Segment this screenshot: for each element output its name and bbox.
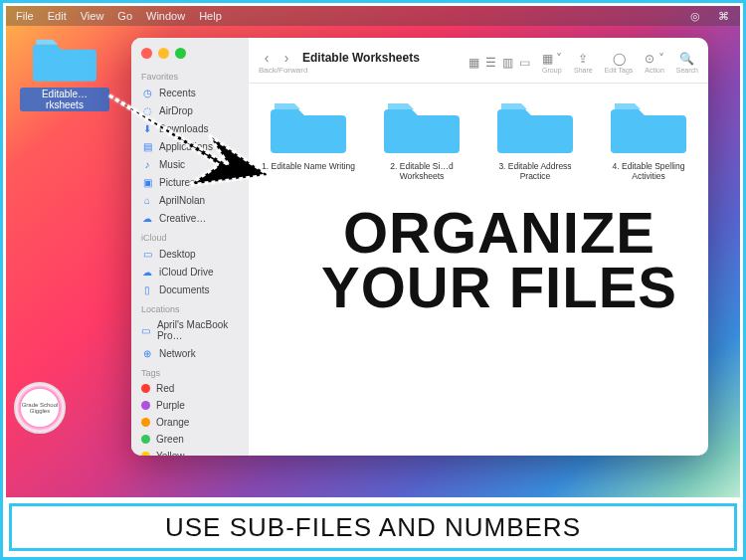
folder-label: 3. Editable Address Practice bbox=[485, 161, 585, 181]
tag-dot-icon bbox=[141, 435, 150, 444]
download-icon: ⬇ bbox=[141, 122, 153, 134]
gallery-view-icon: ▭ bbox=[519, 56, 530, 70]
sidebar-item-desktop[interactable]: ▭Desktop bbox=[131, 245, 249, 263]
sidebar-item-recents[interactable]: ◷Recents bbox=[131, 84, 249, 101]
window-controls bbox=[141, 48, 186, 59]
close-button[interactable] bbox=[141, 48, 152, 59]
cloud-icon: ☁ bbox=[141, 212, 153, 224]
laptop-icon: ▭ bbox=[141, 324, 151, 336]
tag-dot-icon bbox=[141, 401, 150, 410]
sidebar-item-icloud-drive[interactable]: ☁iCloud Drive bbox=[131, 263, 249, 280]
group-icon: ▦ ˅ bbox=[542, 52, 562, 66]
menu-window[interactable]: Window bbox=[146, 10, 185, 22]
tag-dot-icon bbox=[141, 418, 150, 427]
toolbar-subtitle: Back/Forward bbox=[259, 66, 420, 75]
sidebar-item-documents[interactable]: ▯Documents bbox=[131, 280, 249, 298]
logo-badge: Grade School Giggles bbox=[14, 382, 66, 434]
menu-view[interactable]: View bbox=[81, 10, 104, 22]
clock-icon: ◷ bbox=[141, 87, 153, 98]
app-icon: ▤ bbox=[141, 140, 153, 152]
menu-file[interactable]: File bbox=[16, 10, 34, 22]
menu-edit[interactable]: Edit bbox=[48, 10, 67, 22]
folder-icon bbox=[33, 34, 96, 84]
desktop-folder-label: Editable…rksheets bbox=[20, 88, 109, 111]
edit-tags-button[interactable]: ◯Edit Tags bbox=[605, 52, 634, 74]
sidebar-section-tags: Tags bbox=[131, 362, 249, 380]
airdrop-icon: ◌ bbox=[141, 104, 153, 116]
sidebar-item-downloads[interactable]: ⬇Downloads bbox=[131, 119, 249, 137]
tag-dot-icon bbox=[141, 452, 150, 456]
search-icon: 🔍 bbox=[679, 52, 694, 66]
folder-item[interactable]: 2. Editable Si…d Worksheets bbox=[372, 97, 471, 181]
back-button[interactable]: ‹ bbox=[259, 50, 275, 66]
home-icon: ⌂ bbox=[141, 194, 153, 206]
sidebar-tag-purple[interactable]: Purple bbox=[131, 397, 249, 414]
sidebar-item-applications[interactable]: ▤Applications bbox=[131, 137, 249, 155]
caption-bar: USE SUB-FILES AND NUMBERS bbox=[9, 503, 737, 551]
doc-icon: ▯ bbox=[141, 283, 153, 295]
sidebar-tag-orange[interactable]: Orange bbox=[131, 414, 249, 431]
group-button[interactable]: ▦ ˅Group bbox=[542, 52, 562, 74]
finder-toolbar: ‹ › Editable Worksheets Back/Forward ▦☰▥… bbox=[249, 38, 708, 84]
folder-label: 1. Editable Name Writing bbox=[259, 161, 358, 171]
sidebar-section-locations: Locations bbox=[131, 298, 249, 316]
action-button[interactable]: ⊙ ˅Action bbox=[645, 52, 663, 74]
overlay-headline: ORGANIZE YOUR FILES bbox=[290, 205, 708, 314]
folder-item[interactable]: 3. Editable Address Practice bbox=[485, 97, 585, 181]
folder-icon bbox=[271, 97, 346, 155]
sidebar-item-macbook[interactable]: ▭April's MacBook Pro… bbox=[131, 316, 249, 344]
column-view-icon: ▥ bbox=[502, 56, 513, 70]
sidebar-item-pictures[interactable]: ▣Pictures bbox=[131, 173, 249, 191]
minimize-button[interactable] bbox=[158, 48, 169, 59]
globe-icon: ⊕ bbox=[141, 347, 153, 359]
sidebar-item-music[interactable]: ♪Music bbox=[131, 155, 249, 173]
menu-help[interactable]: Help bbox=[199, 10, 222, 22]
music-icon: ♪ bbox=[141, 158, 153, 170]
folder-label: 4. Editable Spelling Activities bbox=[599, 161, 698, 181]
forward-button[interactable]: › bbox=[279, 50, 294, 66]
folder-icon bbox=[497, 97, 573, 155]
action-icon: ⊙ ˅ bbox=[645, 52, 663, 66]
sidebar-tag-yellow[interactable]: Yellow bbox=[131, 448, 249, 456]
zoom-button[interactable] bbox=[175, 48, 186, 59]
picture-icon: ▣ bbox=[141, 176, 153, 188]
folder-icon bbox=[611, 97, 686, 155]
window-title: Editable Worksheets bbox=[302, 51, 420, 65]
menu-go[interactable]: Go bbox=[117, 10, 132, 22]
folder-item[interactable]: 4. Editable Spelling Activities bbox=[599, 97, 698, 181]
siri-icon[interactable]: ◎ bbox=[688, 9, 702, 23]
sidebar-item-home[interactable]: ⌂AprilNolan bbox=[131, 191, 249, 209]
control-center-icon[interactable]: ⌘ bbox=[716, 9, 730, 23]
sidebar-tag-green[interactable]: Green bbox=[131, 431, 249, 448]
tag-dot-icon bbox=[141, 384, 150, 393]
cloud-icon: ☁ bbox=[141, 266, 153, 278]
sidebar-tag-red[interactable]: Red bbox=[131, 380, 249, 397]
sidebar-item-network[interactable]: ⊕Network bbox=[131, 344, 249, 362]
folder-icon bbox=[384, 97, 460, 155]
icon-view-icon: ▦ bbox=[468, 56, 479, 70]
view-switcher[interactable]: ▦☰▥▭ bbox=[468, 56, 530, 70]
list-view-icon: ☰ bbox=[485, 56, 496, 70]
menubar: File Edit View Go Window Help ◎ ⌘ bbox=[6, 6, 740, 26]
folder-label: 2. Editable Si…d Worksheets bbox=[372, 161, 471, 181]
share-button[interactable]: ⇪Share bbox=[574, 52, 593, 74]
finder-sidebar: Favorites ◷Recents ◌AirDrop ⬇Downloads ▤… bbox=[131, 38, 249, 456]
desktop-icon: ▭ bbox=[141, 248, 153, 260]
sidebar-item-creative[interactable]: ☁Creative… bbox=[131, 209, 249, 227]
share-icon: ⇪ bbox=[578, 52, 588, 66]
sidebar-section-icloud: iCloud bbox=[131, 227, 249, 245]
sidebar-item-airdrop[interactable]: ◌AirDrop bbox=[131, 101, 249, 119]
sidebar-section-favorites: Favorites bbox=[131, 66, 249, 84]
tag-icon: ◯ bbox=[613, 52, 626, 66]
search-button[interactable]: 🔍Search bbox=[676, 52, 698, 74]
folder-item[interactable]: 1. Editable Name Writing bbox=[259, 97, 358, 171]
desktop-folder-item[interactable]: Editable…rksheets bbox=[20, 34, 109, 112]
